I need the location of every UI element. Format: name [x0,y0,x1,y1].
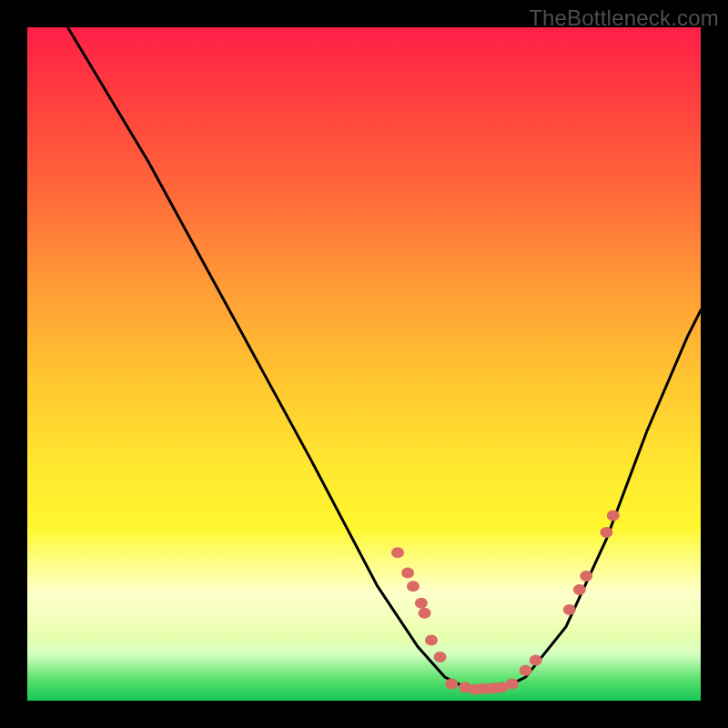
data-point [425,634,438,645]
data-point [407,581,420,592]
data-point [520,665,532,676]
data-point [391,547,404,558]
data-point [573,584,586,595]
data-point [600,527,612,538]
data-point [607,511,620,521]
data-point [445,679,458,690]
curve-markers [391,511,620,695]
data-point [401,567,414,578]
data-point [563,604,576,615]
data-point [530,655,542,666]
data-point [580,571,592,581]
chart-frame: TheBottleneck.com [0,0,728,728]
curve-layer [27,27,701,701]
plot-area [27,27,701,701]
data-point [506,679,519,690]
data-point [419,608,431,619]
data-point [415,598,428,609]
bottleneck-curve [67,27,701,691]
data-point [434,652,447,662]
